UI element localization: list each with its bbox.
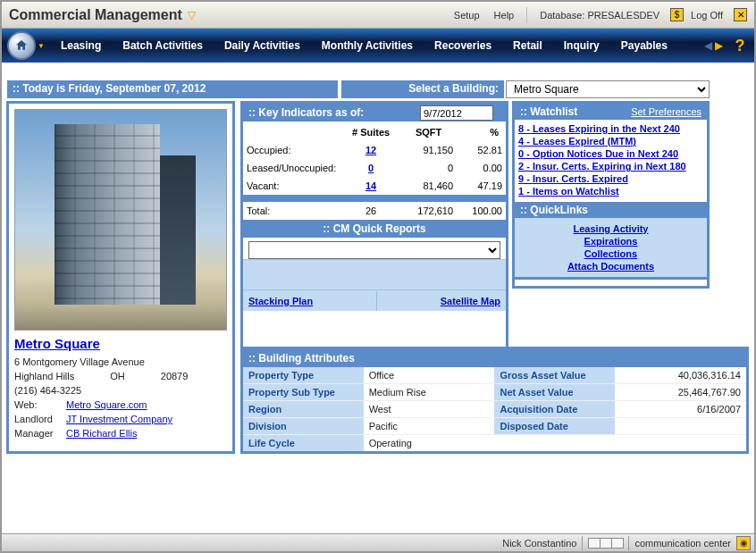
address-zip: 20879 <box>161 369 189 383</box>
main-menubar: ▼ Leasing Batch Activities Daily Activit… <box>2 29 754 63</box>
watch-item-4[interactable]: 9 - Insur. Certs. Expired <box>518 173 628 184</box>
menu-payables[interactable]: Payables <box>621 39 668 52</box>
arrow-left-icon[interactable]: ◀ <box>702 37 713 54</box>
col-suites: # Suites <box>341 121 400 141</box>
phone: (216) 464-3225 <box>14 383 227 398</box>
menu-scroll-arrows: ◀ ▶ <box>702 37 724 54</box>
ki-row-leased: Leased/Unoccupied: 0 0 0.00 <box>243 159 506 177</box>
manager-link[interactable]: CB Richard Ellis <box>66 426 137 440</box>
menu-daily-activities[interactable]: Daily Activities <box>224 39 300 52</box>
ql-leasing-activity[interactable]: Leasing Activity <box>574 223 649 234</box>
menu-monthly-activities[interactable]: Monthly Activities <box>322 39 413 52</box>
leased-suites-link[interactable]: 0 <box>368 163 374 173</box>
today-banner: :: Today is Friday, September 07, 2012 <box>7 80 338 98</box>
logoff-link[interactable]: Log Off <box>691 10 723 21</box>
watch-item-3[interactable]: 2 - Insur. Certs. Expiring in Next 180 <box>518 161 686 172</box>
web-link[interactable]: Metro Square.com <box>66 398 147 412</box>
ki-row-total: Total: 26 172,610 100.00 <box>243 202 506 220</box>
communication-center-icon[interactable]: ◉ <box>736 536 751 550</box>
home-icon <box>14 38 29 53</box>
cm-reports-select[interactable] <box>248 241 500 259</box>
web-label: Web: <box>14 398 66 412</box>
cm-reports-title: :: CM Quick Reports <box>243 220 506 238</box>
setup-link[interactable]: Setup <box>454 10 480 21</box>
menu-batch-activities[interactable]: Batch Activities <box>122 39 203 52</box>
landlord-link[interactable]: JT Investment Company <box>66 412 172 426</box>
ki-row-vacant: Vacant: 14 81,460 47.19 <box>243 177 506 195</box>
status-indicator-boxes <box>588 538 623 549</box>
close-icon[interactable]: ✕ <box>734 8 747 21</box>
app-title: Commercial Management <box>9 7 182 23</box>
col-sqft: SQFT <box>400 121 457 141</box>
content-area: :: Today is Friday, September 07, 2012 S… <box>7 64 749 532</box>
select-building-label: Select a Building: <box>341 80 504 98</box>
ki-row-occupied: Occupied: 12 91,150 52.81 <box>243 141 506 159</box>
watch-item-5[interactable]: 1 - Items on Watchlist <box>518 186 619 197</box>
menu-retail[interactable]: Retail <box>513 39 542 52</box>
address-line1: 6 Montgomery Village Avenue <box>14 355 227 369</box>
watch-item-2[interactable]: 0 - Option Notices Due in Next 240 <box>518 148 678 159</box>
landlord-label: Landlord <box>14 412 66 426</box>
attr-title: :: Building Attributes <box>243 349 746 367</box>
satellite-map-link[interactable]: Satellite Map <box>441 296 500 306</box>
building-select[interactable]: Metro Square <box>506 80 710 98</box>
watchlist-panel: :: Watchlist Set Preferences 8 - Leases … <box>512 101 710 289</box>
watch-item-1[interactable]: 4 - Leases Expired (MTM) <box>518 136 636 147</box>
col-pct: % <box>457 121 506 141</box>
database-label: Database: PRESALESDEV <box>540 10 659 21</box>
status-bar: Nick Constantino communication center ◉ <box>2 533 754 551</box>
ql-expirations[interactable]: Expirations <box>584 236 638 247</box>
manager-label: Manager <box>14 426 66 440</box>
building-summary-panel: Metro Square 6 Montgomery Village Avenue… <box>6 101 235 454</box>
watchlist-title: :: Watchlist <box>520 105 577 118</box>
app-header: Commercial Management ▽ Setup Help Datab… <box>2 2 754 29</box>
database-switch-icon[interactable]: $ <box>670 8 684 21</box>
building-attributes-panel: :: Building Attributes Property Type Off… <box>240 347 749 454</box>
arrow-right-icon[interactable]: ▶ <box>713 37 724 54</box>
building-name-link[interactable]: Metro Square <box>14 336 100 351</box>
menu-recoveries[interactable]: Recoveries <box>434 39 491 52</box>
address-city: Highland Hills <box>14 369 74 383</box>
ql-collections[interactable]: Collections <box>584 248 637 259</box>
ql-attach-documents[interactable]: Attach Documents <box>567 261 654 272</box>
communication-center-label[interactable]: communication center <box>634 538 731 549</box>
quicklinks-title: :: QuickLinks <box>515 202 707 218</box>
app-title-dropdown-icon[interactable]: ▽ <box>188 9 196 21</box>
vacant-suites-link[interactable]: 14 <box>365 180 376 191</box>
menu-inquiry[interactable]: Inquiry <box>564 39 600 52</box>
watch-item-0[interactable]: 8 - Leases Expiring in the Next 240 <box>518 123 680 134</box>
occupied-suites-link[interactable]: 12 <box>365 145 376 155</box>
building-image <box>14 109 227 331</box>
set-preferences-link[interactable]: Set Preferences <box>631 106 701 117</box>
home-dropdown-icon[interactable]: ▼ <box>38 42 45 50</box>
ki-title: :: Key Indicators as of: <box>248 106 364 119</box>
ki-date-input[interactable] <box>420 105 493 121</box>
help-link[interactable]: Help <box>494 10 515 21</box>
menu-leasing[interactable]: Leasing <box>61 39 101 52</box>
status-user: Nick Constantino <box>502 538 576 549</box>
home-button[interactable] <box>7 31 36 60</box>
help-icon[interactable]: ? <box>731 37 749 54</box>
key-indicators-panel: :: Key Indicators as of: # Suites SQFT %… <box>240 101 508 371</box>
address-state: OH <box>110 369 125 383</box>
stacking-plan-link[interactable]: Stacking Plan <box>248 296 313 306</box>
